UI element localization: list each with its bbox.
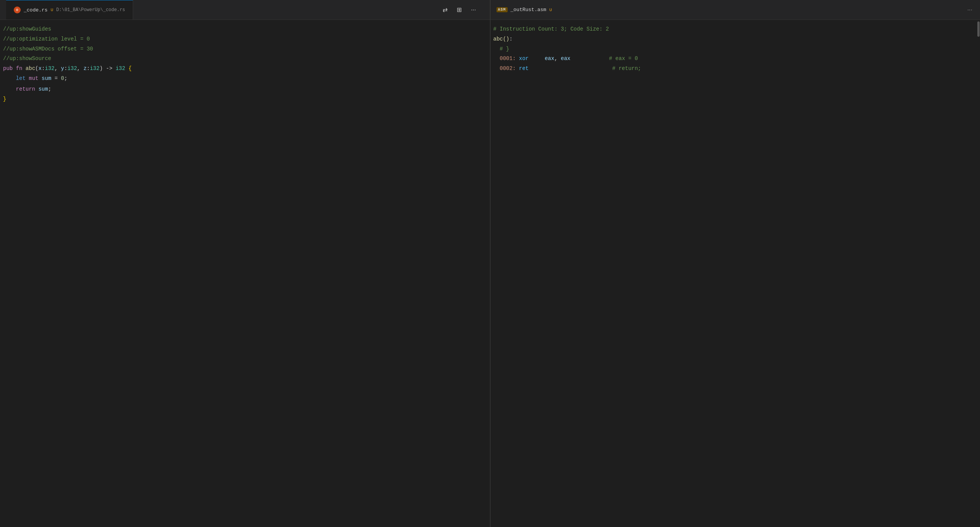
table-row: return sum; (0, 85, 490, 94)
table-row: //up:optimization level = 0 (0, 34, 490, 44)
more-button-right[interactable]: ··· (966, 5, 974, 15)
right-code-area: # Instruction Count: 3; Code Size: 2abc(… (490, 20, 980, 527)
sync-button[interactable]: ⇄ (441, 5, 449, 15)
table-row: 0001: xor eax, eax # eax = 0 (490, 54, 980, 64)
right-scrollbar[interactable] (977, 20, 980, 527)
right-tab[interactable]: ASM _outRust.asm U (497, 7, 552, 13)
table-row: //up:showGuides (0, 24, 490, 34)
table-row: pub fn abc(x:i32, y:i32, z:i32) -> i32 { (0, 64, 490, 74)
asm-badge: ASM (497, 7, 508, 12)
rust-icon: ⚙ (14, 7, 21, 13)
right-tab-modified: U (549, 8, 552, 12)
more-button-left[interactable]: ··· (469, 5, 477, 15)
split-pane: ⚙ _code.rs U D:\01_BA\PowerUp\_code.rs ⇄… (0, 0, 980, 527)
left-toolbar: ⇄ ⊞ ··· (441, 5, 483, 15)
table-row: //up:showSource (0, 54, 490, 64)
editor-container: ⚙ _code.rs U D:\01_BA\PowerUp\_code.rs ⇄… (0, 0, 980, 527)
table-row: # } (490, 44, 980, 54)
table-row: abc(): (490, 34, 980, 44)
table-row: let mut sum = 0; (0, 74, 490, 84)
split-button[interactable]: ⊞ (455, 5, 463, 15)
scrollbar-thumb (977, 21, 980, 37)
left-tab-modified: U (50, 8, 53, 12)
table-row: 0002: ret # return; (490, 64, 980, 74)
left-tab-path: D:\01_BA\PowerUp\_code.rs (56, 7, 125, 13)
left-pane: ⚙ _code.rs U D:\01_BA\PowerUp\_code.rs ⇄… (0, 0, 490, 527)
table-row: } (0, 94, 490, 104)
table-row: //up:showASMDocs offset = 30 (0, 44, 490, 54)
left-tab[interactable]: ⚙ _code.rs U D:\01_BA\PowerUp\_code.rs (6, 0, 133, 20)
right-tab-filename: _outRust.asm (511, 7, 547, 13)
left-tab-bar: ⚙ _code.rs U D:\01_BA\PowerUp\_code.rs ⇄… (0, 0, 490, 20)
table-row: # Instruction Count: 3; Code Size: 2 (490, 24, 980, 34)
left-code-area: //up:showGuides//up:optimization level =… (0, 20, 490, 527)
right-pane: ASM _outRust.asm U ··· # Instruction Cou… (490, 0, 980, 527)
right-tab-bar: ASM _outRust.asm U ··· (490, 0, 980, 20)
left-tab-filename: _code.rs (24, 7, 47, 13)
